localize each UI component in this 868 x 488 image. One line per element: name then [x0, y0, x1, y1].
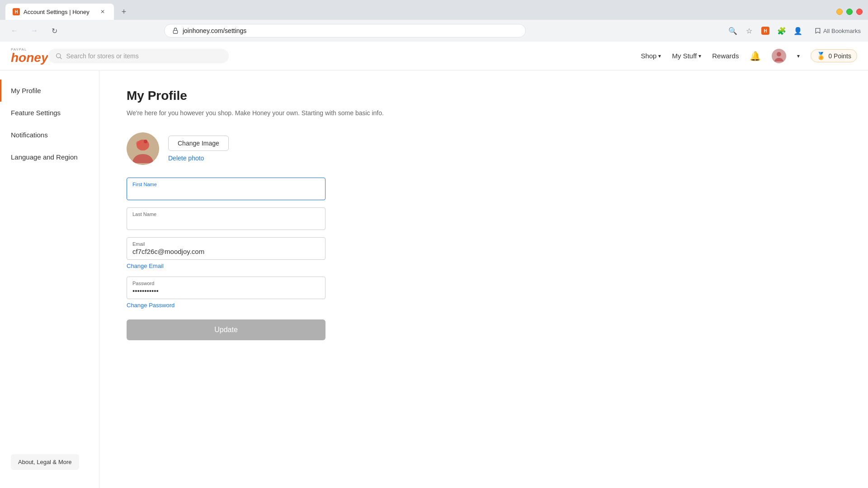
sidebar-item-language-region[interactable]: Language and Region [0, 146, 99, 168]
main-layout: My Profile Feature Settings Notification… [0, 70, 868, 488]
user-avatar[interactable] [772, 49, 786, 63]
minimize-button[interactable] [836, 9, 843, 15]
email-field: Email [127, 237, 326, 260]
url-text: joinhoney.com/settings [183, 27, 518, 34]
email-group: Email Change Email [127, 237, 326, 269]
window-controls [836, 9, 863, 15]
bookmark-icon[interactable]: ☆ [742, 23, 756, 38]
tab-close-button[interactable]: ✕ [99, 8, 107, 16]
svg-point-12 [144, 140, 147, 143]
toolbar-icons: 🔍 ☆ H 🧩 👤 [726, 23, 805, 38]
sidebar-item-feature-settings[interactable]: Feature Settings [0, 102, 99, 124]
browser-chrome: H Account Settings | Honey ✕ + ← → ↻ joi… [0, 0, 868, 42]
forward-button[interactable]: → [27, 23, 42, 38]
my-stuff-chevron-icon: ▾ [698, 53, 701, 59]
lock-icon [172, 27, 179, 34]
svg-point-11 [136, 141, 141, 145]
password-label: Password [132, 281, 320, 286]
shop-chevron-icon: ▾ [658, 53, 661, 59]
browser-title-bar: H Account Settings | Honey ✕ + [0, 0, 868, 20]
email-label: Email [132, 241, 320, 247]
sidebar: My Profile Feature Settings Notification… [0, 70, 99, 488]
browser-tab[interactable]: H Account Settings | Honey ✕ [5, 4, 114, 20]
back-button[interactable]: ← [7, 23, 22, 38]
svg-text:H: H [14, 9, 18, 14]
search-placeholder-text: Search for stores or items [66, 52, 138, 60]
change-image-button[interactable]: Change Image [168, 136, 229, 151]
search-icon[interactable]: 🔍 [726, 23, 740, 38]
last-name-input[interactable] [132, 218, 320, 225]
sidebar-nav: My Profile Feature Settings Notification… [0, 80, 99, 445]
notifications-bell-icon[interactable]: 🔔 [750, 51, 761, 61]
svg-text:H: H [764, 28, 767, 33]
maximize-button[interactable] [846, 9, 853, 15]
honey-logo[interactable]: PayPal honey [11, 48, 48, 64]
my-stuff-nav-link[interactable]: My Stuff ▾ [672, 52, 701, 60]
first-name-field: First Name [127, 178, 326, 200]
last-name-label: Last Name [132, 211, 320, 217]
bookmarks-label: All Bookmarks [823, 28, 861, 34]
password-input[interactable] [132, 287, 320, 295]
shop-nav-link[interactable]: Shop ▾ [641, 52, 661, 60]
points-badge[interactable]: 🏅 0 Points [811, 49, 857, 62]
image-actions: Change Image Delete photo [168, 136, 229, 162]
points-text: 0 Points [828, 52, 851, 60]
browser-toolbar: ← → ↻ joinhoney.com/settings 🔍 ☆ H 🧩 👤 A… [0, 20, 868, 42]
last-name-group: Last Name [127, 207, 326, 230]
main-content: My Profile We're here for you however yo… [99, 70, 868, 488]
header-search[interactable]: Search for stores or items [48, 49, 229, 63]
extensions-icon[interactable]: 🧩 [774, 23, 789, 38]
profile-image-section: Change Image Delete photo [127, 132, 841, 165]
header-nav: Shop ▾ My Stuff ▾ Rewards 🔔 ▾ 🏅 0 Points [641, 49, 857, 63]
header-search-icon [55, 52, 62, 60]
page-subtitle: We're here for you however you shop. Mak… [127, 108, 841, 118]
app-header: PayPal honey Search for stores or items … [0, 42, 868, 70]
email-input[interactable] [132, 248, 320, 255]
avatar-image [127, 132, 159, 165]
password-group: Password Change Password [127, 277, 326, 309]
gold-icon: 🏅 [816, 52, 826, 60]
last-name-field: Last Name [127, 207, 326, 230]
first-name-label: First Name [132, 182, 320, 187]
tab-title: Account Settings | Honey [24, 9, 95, 15]
new-tab-button[interactable]: + [118, 5, 130, 18]
first-name-group: First Name [127, 178, 326, 200]
change-password-link[interactable]: Change Password [127, 302, 326, 309]
sidebar-bottom: About, Legal & More [0, 445, 99, 479]
honey-brand: honey [11, 52, 48, 64]
profile-avatar [127, 132, 159, 165]
tab-favicon: H [13, 8, 20, 15]
address-bar[interactable]: joinhoney.com/settings [164, 24, 526, 38]
page-title: My Profile [127, 89, 841, 103]
bookmarks-bar-toggle[interactable]: All Bookmarks [814, 27, 861, 34]
avatar-image [772, 49, 786, 63]
close-button[interactable] [856, 9, 863, 15]
first-name-input[interactable] [132, 188, 320, 196]
change-email-link[interactable]: Change Email [127, 263, 326, 269]
about-legal-button[interactable]: About, Legal & More [11, 454, 79, 470]
rewards-nav-link[interactable]: Rewards [712, 52, 739, 60]
update-button[interactable]: Update [127, 319, 326, 340]
password-field: Password [127, 277, 326, 299]
delete-photo-link[interactable]: Delete photo [168, 155, 229, 162]
bookmarks-icon [814, 27, 821, 34]
honey-extension-icon[interactable]: H [758, 23, 773, 38]
avatar-svg [127, 132, 159, 165]
reload-button[interactable]: ↻ [47, 23, 61, 38]
sidebar-item-notifications[interactable]: Notifications [0, 124, 99, 146]
sidebar-item-my-profile[interactable]: My Profile [0, 80, 99, 102]
user-chevron-icon: ▾ [797, 53, 800, 59]
svg-point-7 [777, 52, 781, 56]
profile-icon[interactable]: 👤 [791, 23, 805, 38]
svg-rect-2 [173, 30, 177, 33]
